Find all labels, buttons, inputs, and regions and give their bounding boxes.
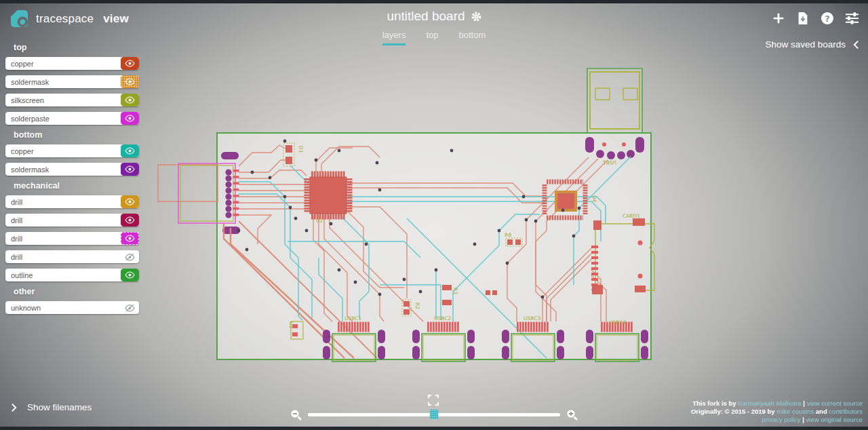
credits: This fork is by Karmanyaah Malhotra | vi… [691,399,863,424]
visibility-toggle[interactable] [121,195,139,208]
brand-text-bold: view [103,12,129,26]
layer-row-drill-3[interactable]: drill [5,232,139,245]
download-button[interactable] [795,11,810,26]
show-saved-boards-toggle[interactable]: Show saved boards [765,39,859,50]
section-title-bottom: bottom [14,130,139,140]
eye-icon [125,235,135,242]
tab-top[interactable]: top [426,30,438,45]
current-source-link[interactable]: view current source [807,399,863,407]
visibility-toggle[interactable] [121,301,139,314]
layer-row-top-solderpaste[interactable]: solderpaste [5,112,139,125]
visibility-toggle[interactable] [121,94,139,106]
file-download-icon [797,12,809,25]
silkscreen-label: CARD1 [623,213,640,219]
layer-name: drill [5,253,121,261]
visibility-toggle[interactable] [121,144,139,157]
layer-name: drill [5,198,121,206]
visibility-toggle[interactable] [121,232,139,245]
credits-text: and [814,408,829,415]
layer-name: soldermask [5,165,121,174]
gear-icon[interactable] [471,12,481,22]
show-saved-boards-label: Show saved boards [765,39,846,50]
zoom-controls [290,408,578,421]
layer-name: copper [5,60,121,68]
original-source-link[interactable]: view original source [806,416,863,423]
plus-icon [772,12,785,25]
eye-icon [125,78,135,85]
svg-text:USBC4: USBC4 [609,319,627,326]
tab-layers[interactable]: layers [382,30,406,45]
silkscreen-label: U4 [591,195,597,202]
layer-name: unknown [5,304,121,312]
section-title-mechanical: mechanical [14,181,139,191]
layer-row-bottom-soldermask[interactable]: soldermask [5,163,139,176]
sliders-icon [845,12,859,25]
eye-icon [125,96,135,104]
layer-row-top-soldermask[interactable]: soldermask [5,75,139,88]
credits-line-2: Originally: © 2015 - 2019 by mike cousin… [691,408,863,416]
svg-text:R2: R2 [414,302,420,309]
layer-row-outline[interactable]: outline [5,269,139,281]
svg-text:?: ? [825,14,830,24]
layer-row-drill-2[interactable]: drill [5,214,139,227]
tab-bottom[interactable]: bottom [459,30,486,45]
add-board-button[interactable] [771,11,786,26]
layer-row-bottom-copper[interactable]: copper [5,144,139,157]
zoom-out-icon[interactable] [290,409,302,421]
zoom-slider-track[interactable] [308,413,560,416]
bottom-edge-strip [0,427,868,430]
show-filenames-label: Show filenames [27,402,92,412]
visibility-toggle[interactable] [121,214,139,227]
original-author-link[interactable]: mike cousins [776,408,814,415]
layer-name: copper [5,147,121,155]
toolbar: ? [771,11,859,26]
eye-off-icon [125,253,135,261]
svg-text:USBC1: USBC1 [344,315,362,321]
brand-text: tracespace [36,12,94,26]
chevron-left-icon [853,40,859,50]
visibility-toggle[interactable] [121,163,139,176]
visibility-toggle[interactable] [121,250,139,263]
layer-name: solderpaste [5,115,121,123]
layer-row-top-copper[interactable]: copper [5,57,139,70]
visibility-toggle[interactable] [121,112,139,125]
svg-text:R3: R3 [452,288,458,294]
app-window: USB1 [0,0,868,430]
eye-icon [125,216,135,224]
visibility-toggle[interactable] [121,269,139,281]
show-filenames-toggle[interactable]: Show filenames [11,402,92,412]
layers-sidebar: top copper soldermask silkscreen solderp… [5,41,139,319]
eye-icon [125,165,135,173]
help-icon: ? [821,12,834,25]
layer-row-unknown[interactable]: unknown [5,301,139,314]
chevron-right-icon [11,403,17,412]
zoom-in-icon[interactable] [566,409,578,421]
zoom-slider-thumb[interactable] [430,410,439,419]
tracespace-logo-icon [9,9,29,28]
eye-icon [125,115,135,122]
help-button[interactable]: ? [820,11,835,26]
settings-button[interactable] [844,11,859,26]
visibility-toggle[interactable] [121,75,139,88]
layer-row-drill-1[interactable]: drill [5,195,139,208]
svg-text:USBC2: USBC2 [434,315,452,321]
visibility-toggle[interactable] [121,57,139,70]
page-title: untitled board [387,9,465,24]
eye-off-icon [125,304,135,312]
app-logo: tracespaceview [9,9,129,28]
fit-view-icon [428,395,439,406]
svg-text:U3: U3 [288,321,294,328]
section-title-other: other [14,287,139,296]
privacy-policy-link[interactable]: privacy policy [762,416,801,423]
contributors-link[interactable]: contributors [829,408,863,415]
layer-row-drill-4[interactable]: drill [5,250,139,263]
layer-row-top-silkscreen[interactable]: silkscreen [5,94,139,106]
fit-view-button[interactable] [428,395,439,408]
silkscreen-label: U2 [316,218,323,224]
layer-name: silkscreen [5,96,121,104]
credits-separator: | [801,416,806,423]
layer-name: outline [5,271,121,279]
eye-icon [125,147,135,155]
author-link[interactable]: Karmanyaah Malhotra [738,399,801,407]
credits-line-3: privacy policy | view original source [691,416,863,424]
